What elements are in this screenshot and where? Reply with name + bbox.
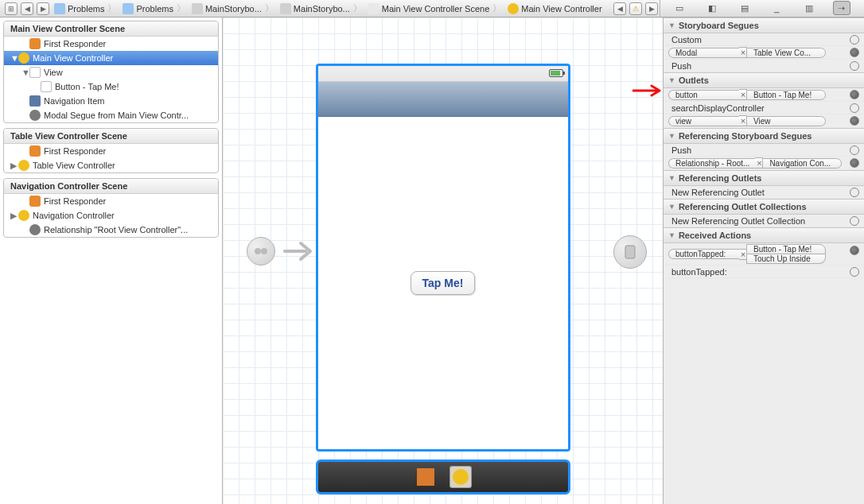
segue-exit-node[interactable]: [613, 235, 647, 269]
connection-socket-icon[interactable]: [850, 90, 859, 99]
inspector-connection-row[interactable]: New Referencing Outlet: [664, 186, 864, 199]
connections-inspector-tab[interactable]: ➝: [833, 1, 850, 15]
connection-source-pill[interactable]: Modal: [668, 48, 740, 58]
inspector-connection-row[interactable]: New Referencing Outlet Collection: [664, 215, 864, 227]
connection-source-pill[interactable]: view: [668, 116, 740, 126]
connection-socket-icon[interactable]: [850, 188, 859, 197]
outline-scene-header[interactable]: Table View Controller Scene: [4, 129, 218, 144]
breadcrumb-next-button[interactable]: ▶: [645, 2, 658, 15]
warning-icon[interactable]: ⚠: [629, 2, 642, 15]
connection-dest-pill[interactable]: View: [746, 116, 826, 126]
connection-socket-icon[interactable]: [850, 48, 859, 57]
inspector-connection-row[interactable]: Push: [664, 144, 864, 157]
segue-entry-node[interactable]: [247, 237, 275, 266]
tap-me-button[interactable]: Tap Me!: [411, 271, 476, 295]
connection-dest-pill[interactable]: Button - Tap Me!: [746, 90, 826, 100]
connection-source-pill[interactable]: Relationship - Root...: [668, 158, 756, 169]
outline-scene-header[interactable]: Navigation Controller Scene: [4, 179, 218, 194]
status-bar: [318, 66, 568, 82]
outline-item-icon: [29, 38, 41, 49]
inspector-section-header[interactable]: ▼Storyboard Segues: [664, 18, 864, 33]
outline-row[interactable]: ▼Main View Controller: [4, 51, 218, 65]
storyboard-canvas[interactable]: Tap Me!: [223, 17, 663, 504]
connection-socket-icon[interactable]: [850, 158, 859, 168]
breadcrumb-label: MainStorybo...: [294, 4, 350, 14]
grid-icon[interactable]: ⊞: [5, 2, 18, 15]
attributes-inspector-tab[interactable]: ⎯: [768, 1, 785, 15]
outline-item-icon: [29, 95, 41, 107]
outline-item-label: View: [44, 68, 63, 77]
connection-socket-icon[interactable]: [850, 35, 859, 45]
inspector-section-header[interactable]: ▼Referencing Outlet Collections: [664, 200, 864, 215]
inspector-section-header[interactable]: ▼Outlets: [664, 73, 864, 88]
outline-row[interactable]: First Responder: [4, 194, 218, 208]
outline-item-label: Table View Controller: [33, 161, 115, 170]
breadcrumb-prev-button[interactable]: ◀: [613, 2, 626, 15]
outline-row[interactable]: First Responder: [4, 144, 218, 158]
connection-source-pill[interactable]: button: [668, 90, 740, 100]
inspector-connection-row[interactable]: Custom: [664, 33, 864, 46]
quick-help-tab[interactable]: ◧: [703, 1, 721, 15]
outline-row[interactable]: ▶Table View Controller: [4, 158, 218, 173]
dock-view-controller-icon[interactable]: [450, 466, 472, 488]
connection-label: Push: [668, 61, 846, 71]
simulated-iphone-view[interactable]: Tap Me!: [316, 64, 570, 452]
nav-back-button[interactable]: ◀: [21, 2, 33, 15]
inspector-connection-row[interactable]: searchDisplayController: [664, 102, 864, 114]
scene-dock[interactable]: [316, 459, 570, 494]
outline-scene-header[interactable]: Main View Controller Scene: [4, 21, 218, 37]
inspector-connection-row[interactable]: Relationship - Root...×Navigation Con...: [664, 157, 864, 170]
document-outline: Main View Controller SceneFirst Responde…: [0, 17, 223, 504]
connection-socket-icon[interactable]: [850, 246, 859, 255]
breadcrumb-item[interactable]: Problems〉: [51, 2, 119, 14]
root-view[interactable]: Tap Me!: [318, 117, 568, 449]
connection-socket-icon[interactable]: [850, 103, 859, 113]
outline-row[interactable]: First Responder: [4, 37, 218, 51]
svg-point-0: [255, 248, 261, 254]
connection-label: New Referencing Outlet Collection: [668, 216, 846, 226]
size-inspector-tab[interactable]: ▥: [800, 1, 818, 15]
breadcrumb-item[interactable]: Problems〉: [119, 2, 188, 14]
inspector-section: ▼Outletsbutton×Button - Tap Me!searchDis…: [664, 72, 864, 128]
connection-socket-icon[interactable]: [850, 145, 859, 155]
breadcrumb-item[interactable]: MainStorybo...〉: [277, 2, 365, 14]
inspector-section-header[interactable]: ▼Referencing Storyboard Segues: [664, 129, 864, 144]
breadcrumb-item[interactable]: Main View Controller Scene〉: [365, 2, 505, 14]
connection-source-pill[interactable]: buttonTapped:: [668, 249, 740, 259]
inspector-connection-row[interactable]: buttonTapped:×Button - Tap Me!Touch Up I…: [664, 243, 864, 266]
navigation-bar[interactable]: [318, 82, 568, 117]
inspector-connection-row[interactable]: Push: [664, 60, 864, 72]
outline-row[interactable]: Relationship "Root View Controller"...: [4, 223, 218, 237]
connection-socket-icon[interactable]: [850, 116, 859, 126]
outline-row[interactable]: ▼View: [4, 65, 218, 79]
connection-socket-icon[interactable]: [850, 267, 859, 277]
breadcrumb-item[interactable]: Main View Controller: [504, 3, 605, 14]
connection-dest-pill[interactable]: Table View Co...: [746, 48, 826, 58]
outline-row[interactable]: Button - Tap Me!: [4, 79, 218, 94]
inspector-section-header[interactable]: ▼Received Actions: [664, 228, 864, 243]
inspector-connection-row[interactable]: view×View: [664, 114, 864, 128]
inspector-section-header[interactable]: ▼Referencing Outlets: [664, 171, 864, 186]
breadcrumb-item[interactable]: MainStorybo...〉: [189, 2, 277, 14]
connection-socket-icon[interactable]: [850, 61, 859, 71]
breadcrumb-icon: [368, 3, 379, 14]
outline-item-label: Button - Tap Me!: [55, 82, 119, 91]
inspector-connection-row[interactable]: buttonTapped:: [664, 266, 864, 278]
outline-item-icon: [41, 81, 52, 92]
outline-row[interactable]: ▶Navigation Controller: [4, 208, 218, 223]
outline-row[interactable]: Navigation Item: [4, 94, 218, 108]
nav-forward-button[interactable]: ▶: [37, 2, 49, 15]
inspector-connection-row[interactable]: Modal×Table View Co...: [664, 46, 864, 60]
connection-dest-pill[interactable]: Navigation Con...: [762, 158, 842, 169]
connection-socket-icon[interactable]: [850, 216, 859, 226]
connection-label: buttonTapped:: [668, 267, 846, 277]
outline-item-icon: [29, 67, 41, 78]
inspector-connection-row[interactable]: button×Button - Tap Me!: [664, 88, 864, 102]
jump-bar: ⊞ ◀ ▶ Problems〉Problems〉MainStorybo...〉M…: [0, 0, 864, 17]
dock-first-responder-icon[interactable]: [414, 466, 437, 488]
outline-row[interactable]: Modal Segue from Main View Contr...: [4, 108, 218, 122]
outline-item-label: Navigation Item: [44, 96, 104, 106]
connection-dest-pill[interactable]: Button - Tap Me!: [746, 244, 826, 254]
file-inspector-tab[interactable]: ▭: [671, 1, 688, 15]
identity-inspector-tab[interactable]: ▤: [736, 1, 753, 15]
